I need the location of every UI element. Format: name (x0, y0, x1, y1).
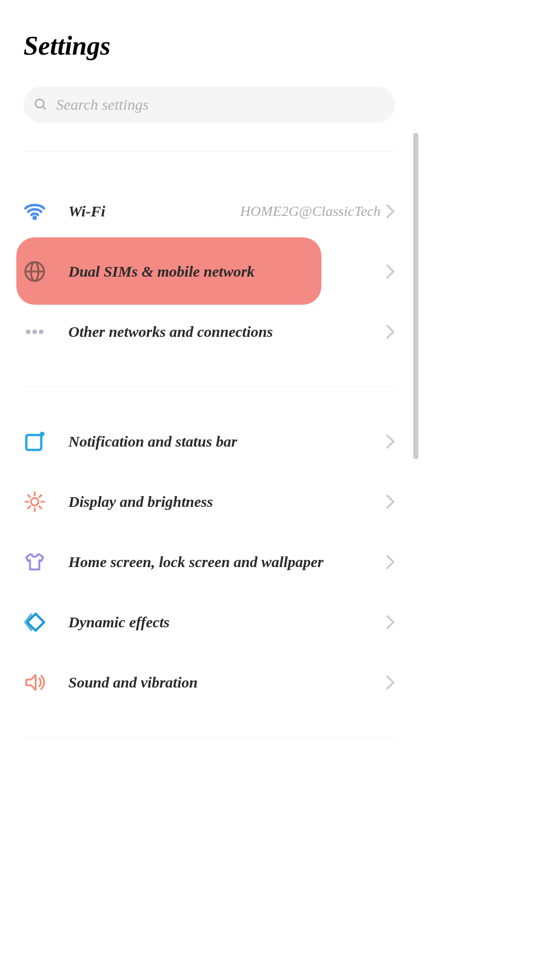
svg-point-6 (26, 329, 31, 334)
item-label: Sound and vibration (68, 674, 386, 691)
svg-point-11 (31, 498, 39, 506)
settings-item-sound[interactable]: Sound and vibration (0, 652, 418, 713)
sound-icon (23, 671, 46, 694)
diamond-icon (23, 611, 46, 633)
settings-group-network: Wi-Fi HOME2G@ClassicTech Dual SIMs & mob… (0, 152, 418, 362)
svg-line-18 (28, 506, 30, 508)
settings-item-dynamic-effects[interactable]: Dynamic effects (0, 592, 418, 652)
wifi-icon (23, 200, 46, 223)
section-divider (23, 386, 395, 387)
chevron-right-icon (386, 264, 395, 279)
svg-point-7 (32, 329, 37, 334)
chevron-right-icon (386, 554, 395, 570)
item-label: Dual SIMs & mobile network (68, 263, 386, 280)
item-value: HOME2G@ClassicTech (240, 203, 381, 219)
item-label: Home screen, lock screen and wallpaper (68, 553, 386, 571)
settings-item-other-networks[interactable]: Other networks and connections (0, 302, 418, 362)
settings-item-notification[interactable]: Notification and status bar (0, 411, 418, 472)
settings-item-wifi[interactable]: Wi-Fi HOME2G@ClassicTech (0, 181, 418, 241)
svg-line-19 (39, 495, 41, 497)
dots-icon (23, 321, 46, 343)
settings-item-dual-sim[interactable]: Dual SIMs & mobile network (0, 241, 418, 302)
notification-icon (23, 430, 46, 453)
settings-item-display[interactable]: Display and brightness (0, 472, 418, 532)
item-label: Display and brightness (68, 493, 386, 510)
search-box[interactable] (23, 86, 395, 123)
svg-line-17 (39, 506, 41, 508)
settings-group-display: Notification and status bar (0, 411, 418, 713)
chevron-right-icon (386, 615, 395, 630)
svg-line-16 (28, 495, 30, 497)
item-label: Other networks and connections (68, 323, 386, 340)
brightness-icon (23, 491, 46, 513)
item-label: Notification and status bar (68, 433, 386, 450)
svg-point-10 (40, 432, 44, 436)
svg-rect-9 (27, 435, 41, 450)
page-title: Settings (0, 0, 418, 76)
search-input[interactable] (56, 96, 385, 113)
svg-point-8 (39, 329, 43, 334)
settings-page: Settings Wi-Fi HOME2G@ClassicTech (0, 0, 418, 738)
svg-line-1 (43, 107, 46, 110)
tshirt-icon (23, 551, 46, 573)
globe-icon (23, 260, 46, 283)
chevron-right-icon (386, 204, 395, 219)
item-label: Wi-Fi (68, 203, 240, 220)
chevron-right-icon (386, 494, 395, 509)
svg-point-2 (34, 217, 36, 219)
svg-point-0 (36, 100, 44, 108)
section-divider (23, 737, 395, 738)
chevron-right-icon (386, 324, 395, 339)
scrollbar[interactable] (413, 133, 418, 459)
chevron-right-icon (386, 675, 395, 690)
item-label: Dynamic effects (68, 614, 386, 631)
chevron-right-icon (386, 434, 395, 449)
search-icon (34, 97, 48, 112)
settings-item-home-screen[interactable]: Home screen, lock screen and wallpaper (0, 532, 418, 592)
